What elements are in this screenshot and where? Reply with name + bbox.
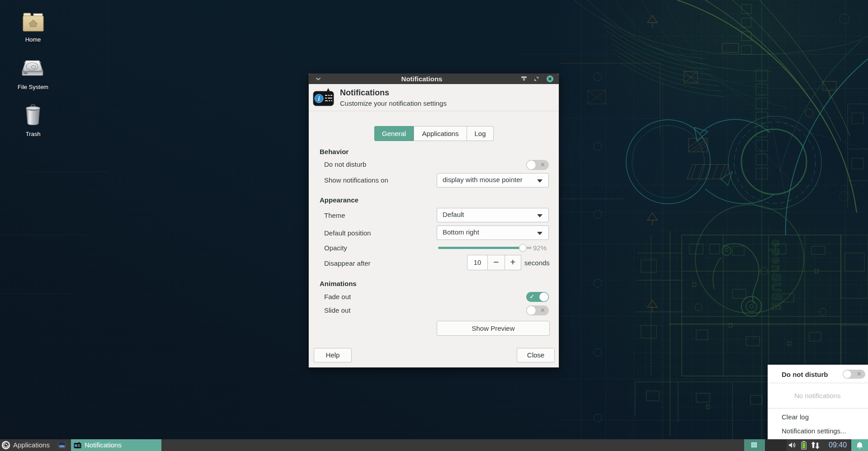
svg-text:openSUSE: openSUSE	[769, 240, 783, 311]
svg-text:i: i	[318, 95, 320, 102]
